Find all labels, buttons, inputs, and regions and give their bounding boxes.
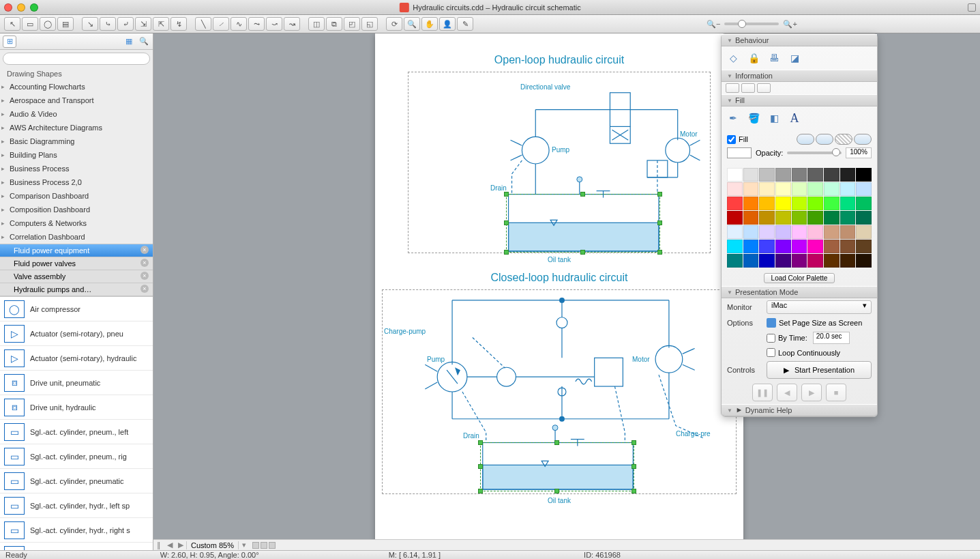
shape-item[interactable]: ⧈Drive unit, hydraulic bbox=[0, 395, 153, 420]
palette-swatch[interactable] bbox=[856, 240, 872, 253]
palette-swatch[interactable] bbox=[727, 211, 743, 225]
layer-icon[interactable]: ◪ bbox=[787, 51, 802, 66]
fill-image-button[interactable] bbox=[854, 134, 872, 145]
palette-swatch[interactable] bbox=[807, 240, 823, 253]
palette-swatch[interactable] bbox=[727, 240, 743, 253]
palette-swatch[interactable] bbox=[743, 225, 759, 239]
palette-swatch[interactable] bbox=[807, 225, 823, 239]
category-item[interactable]: Accounting Flowcharts bbox=[0, 80, 153, 94]
palette-swatch[interactable] bbox=[759, 240, 775, 253]
palette-swatch[interactable] bbox=[792, 225, 807, 239]
resize-icon[interactable]: ◇ bbox=[726, 51, 741, 66]
category-item[interactable]: Computers & Networks bbox=[0, 216, 153, 230]
shape-item[interactable]: ▭Sgl.-act. cylinder, pneum., left bbox=[0, 420, 153, 444]
palette-swatch[interactable] bbox=[856, 211, 872, 225]
fill-checkbox[interactable]: Fill bbox=[727, 135, 748, 144]
connector-tool-4[interactable]: ⇲ bbox=[135, 17, 151, 31]
shape-item[interactable]: ▭Sgl.-act. cylinder, pneumatic bbox=[0, 469, 153, 493]
palette-swatch[interactable] bbox=[840, 211, 856, 225]
close-subcat-icon[interactable]: × bbox=[140, 259, 149, 267]
text-style-icon[interactable]: A bbox=[787, 111, 802, 126]
palette-swatch[interactable] bbox=[824, 197, 840, 210]
section-behaviour[interactable]: Behaviour bbox=[722, 34, 877, 46]
rectangle-tool-button[interactable]: ▭ bbox=[22, 17, 38, 31]
palette-swatch[interactable] bbox=[759, 254, 775, 268]
palette-swatch[interactable] bbox=[743, 254, 759, 268]
page-thumb[interactable] bbox=[261, 542, 267, 549]
category-item[interactable]: Business Process 2,0 bbox=[0, 175, 153, 189]
palette-swatch[interactable] bbox=[807, 168, 823, 182]
palette-swatch[interactable] bbox=[840, 168, 856, 182]
user-button[interactable]: 👤 bbox=[439, 17, 456, 31]
zoom-window-button[interactable] bbox=[30, 3, 38, 12]
palette-swatch[interactable] bbox=[856, 168, 872, 182]
connector-tool-1[interactable]: ↘ bbox=[82, 17, 98, 31]
print-icon[interactable]: 🖶 bbox=[767, 51, 782, 66]
page-thumb[interactable] bbox=[252, 542, 259, 549]
tree-view-button[interactable]: ⊞ bbox=[3, 35, 16, 48]
palette-swatch[interactable] bbox=[856, 225, 872, 239]
close-subcat-icon[interactable]: × bbox=[140, 272, 149, 280]
close-window-button[interactable] bbox=[4, 3, 12, 12]
palette-swatch[interactable] bbox=[775, 197, 791, 210]
palette-swatch[interactable] bbox=[775, 254, 791, 268]
info-tab-3[interactable] bbox=[757, 83, 771, 93]
palette-swatch[interactable] bbox=[759, 168, 775, 182]
zoom-out-icon[interactable]: 🔍− bbox=[707, 20, 720, 29]
text-tool-button[interactable]: ▤ bbox=[57, 17, 74, 31]
scroll-left-icon[interactable]: ◀ bbox=[164, 541, 175, 549]
palette-swatch[interactable] bbox=[727, 182, 743, 196]
fill-gradient-button[interactable] bbox=[816, 134, 833, 145]
ellipse-tool-button[interactable]: ◯ bbox=[40, 17, 56, 31]
connector-tool-5[interactable]: ⇱ bbox=[153, 17, 169, 31]
shape-item[interactable]: ◯Air compressor bbox=[0, 297, 153, 321]
palette-swatch[interactable] bbox=[743, 182, 759, 196]
library-search-input[interactable] bbox=[3, 53, 150, 65]
palette-swatch[interactable] bbox=[727, 225, 743, 239]
horizontal-scrollbar[interactable]: ‖ ◀ ▶ Custom 85% ▾ bbox=[153, 539, 980, 550]
palette-swatch[interactable] bbox=[856, 197, 872, 210]
palette-swatch[interactable] bbox=[792, 197, 807, 210]
shape-item[interactable]: ▭Sgl.-act. cylinder, hydr., right s bbox=[0, 518, 153, 543]
palette-swatch[interactable] bbox=[840, 254, 856, 268]
fill-solid-button[interactable] bbox=[797, 134, 814, 145]
page-thumb[interactable] bbox=[269, 542, 276, 549]
selection-rect[interactable] bbox=[506, 194, 660, 253]
line-tool-4[interactable]: ⤳ bbox=[248, 17, 265, 31]
palette-swatch[interactable] bbox=[856, 182, 872, 196]
by-time-input[interactable]: 20.0 sec bbox=[813, 332, 850, 344]
palette-swatch[interactable] bbox=[824, 211, 840, 225]
palette-swatch[interactable] bbox=[727, 197, 743, 210]
group-tool-1[interactable]: ◫ bbox=[308, 17, 325, 31]
subcategory-item[interactable]: Fluid power valves× bbox=[0, 257, 153, 270]
section-information[interactable]: Information bbox=[722, 70, 877, 82]
zoom-in-icon[interactable]: 🔍+ bbox=[783, 20, 797, 29]
connector-tool-3[interactable]: ⤶ bbox=[117, 17, 134, 31]
group-tool-3[interactable]: ◰ bbox=[344, 17, 360, 31]
palette-swatch[interactable] bbox=[727, 254, 743, 268]
bucket-icon[interactable]: 🪣 bbox=[746, 111, 761, 126]
group-tool-2[interactable]: ⧉ bbox=[326, 17, 342, 31]
connector-tool-2[interactable]: ⤷ bbox=[100, 17, 116, 31]
palette-swatch[interactable] bbox=[840, 182, 856, 196]
close-subcat-icon[interactable]: × bbox=[140, 246, 149, 254]
set-page-checkbox[interactable]: Set Page Size as Screen bbox=[767, 318, 862, 328]
scroll-right-icon[interactable]: ▶ bbox=[175, 541, 186, 549]
palette-swatch[interactable] bbox=[824, 182, 840, 196]
palette-swatch[interactable] bbox=[759, 211, 775, 225]
lock-icon[interactable]: 🔒 bbox=[746, 51, 761, 66]
category-item[interactable]: Composition Dashboard bbox=[0, 203, 153, 216]
opacity-value[interactable]: 100% bbox=[846, 147, 872, 158]
palette-swatch[interactable] bbox=[807, 254, 823, 268]
palette-swatch[interactable] bbox=[807, 197, 823, 210]
shape-item[interactable]: ⧈Drive unit, pneumatic bbox=[0, 371, 153, 395]
group-tool-4[interactable]: ◱ bbox=[361, 17, 378, 31]
line-tool-5[interactable]: ⤻ bbox=[266, 17, 282, 31]
palette-swatch[interactable] bbox=[840, 225, 856, 239]
palette-swatch[interactable] bbox=[743, 168, 759, 182]
magnify-button[interactable]: 🔍 bbox=[404, 17, 420, 31]
section-dynamic-help[interactable]: ▼ Dynamic Help bbox=[722, 404, 877, 416]
fill-color-swatch[interactable] bbox=[727, 147, 752, 158]
info-tab-1[interactable] bbox=[726, 83, 739, 93]
palette-swatch[interactable] bbox=[775, 168, 791, 182]
